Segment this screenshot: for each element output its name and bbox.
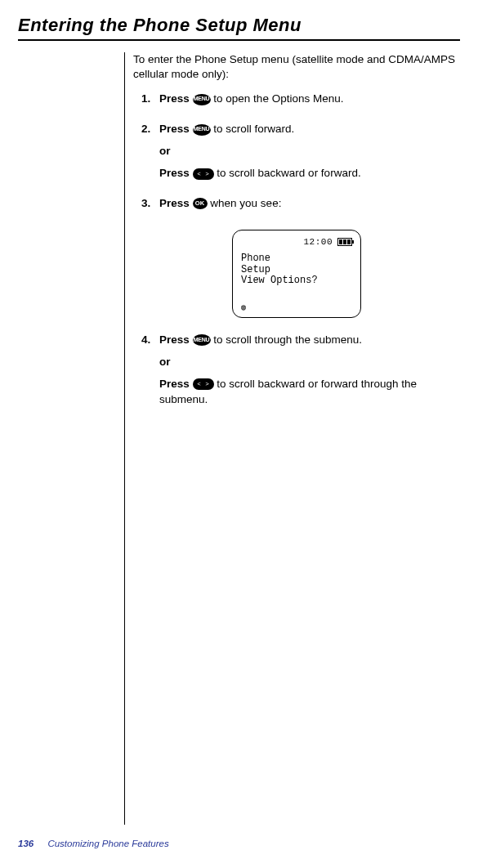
step-number: 4. xyxy=(141,333,159,414)
step-4: 4. Press MENU to scroll through the subm… xyxy=(133,333,460,414)
page-footer: 136 Customizing Phone Features xyxy=(18,839,169,848)
screen-time: 12:00 xyxy=(303,237,333,247)
battery-icon xyxy=(337,238,352,246)
screen-line-1: Phone xyxy=(241,253,352,265)
press-label: Press xyxy=(159,197,190,209)
section-heading: Entering the Phone Setup Menu xyxy=(18,15,460,41)
press-label: Press xyxy=(159,92,190,105)
step-number: 3. xyxy=(141,196,159,218)
press-label: Press xyxy=(159,378,190,390)
or-label: or xyxy=(159,144,460,159)
step-2: 2. Press MENU to scroll forward. or Pres… xyxy=(133,122,460,188)
phone-screen: 12:00 Phone Setup View Options? ◍ xyxy=(232,230,361,318)
scroll-key-icon xyxy=(193,168,214,180)
menu-key-icon: MENU xyxy=(193,124,211,136)
menu-key-icon: MENU xyxy=(193,94,211,105)
screen-line-2: Setup xyxy=(241,265,352,276)
page-number: 136 xyxy=(18,839,34,848)
step-text: to scroll forward. xyxy=(213,123,294,135)
scroll-key-icon xyxy=(193,378,214,390)
step-number: 2. xyxy=(141,122,159,188)
intro-text: To enter the Phone Setup menu (satellite… xyxy=(133,52,460,82)
menu-key-icon: MENU xyxy=(193,334,211,346)
step-text: to scroll through the submenu. xyxy=(213,333,362,346)
screen-line-3: View Options? xyxy=(241,275,352,287)
content-area: To enter the Phone Setup menu (satellite… xyxy=(124,52,460,825)
step-1: 1. Press MENU to open the Options Menu. xyxy=(133,92,460,114)
press-label: Press xyxy=(159,167,190,179)
step-text: to scroll backward or forward. xyxy=(217,167,360,179)
chapter-title: Customizing Phone Features xyxy=(47,839,168,848)
press-label: Press xyxy=(159,123,190,135)
step-text: to open the Options Menu. xyxy=(213,92,343,105)
step-number: 1. xyxy=(141,92,159,114)
ok-key-icon: OK xyxy=(193,198,208,209)
press-label: Press xyxy=(159,333,190,346)
signal-icon: ◍ xyxy=(241,302,246,312)
step-text: when you see: xyxy=(210,197,281,209)
step-3: 3. Press OK when you see: xyxy=(133,196,460,218)
or-label: or xyxy=(159,355,460,370)
